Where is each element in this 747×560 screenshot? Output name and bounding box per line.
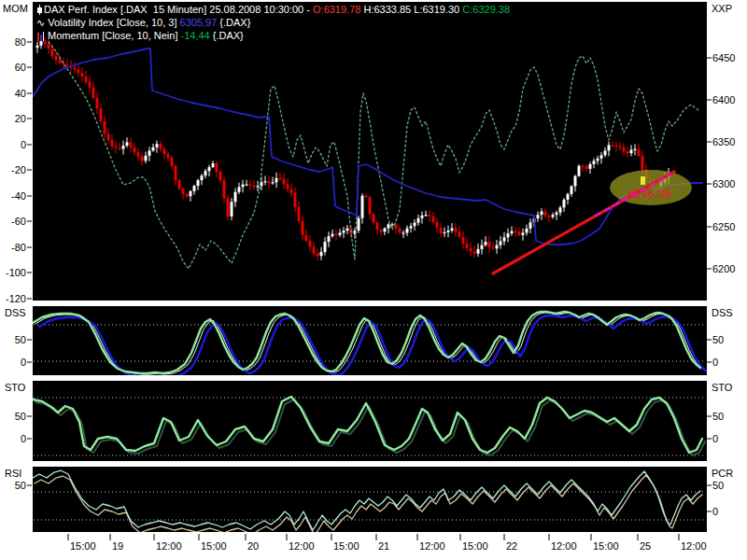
main-chart-panel[interactable]: DAX Perf. Index [.DAX 15 Minuten] 25.08.… xyxy=(33,2,707,301)
main-right-axis-label: 6400 xyxy=(712,95,735,105)
main-right-axis-label: 6300 xyxy=(712,179,735,189)
main-left-axis-label: -20 xyxy=(2,165,26,175)
sto-panel[interactable] xyxy=(33,381,707,461)
panel-name-left: STO xyxy=(5,383,25,393)
momentum-label: Momentum [Close, 10, Nein] xyxy=(45,30,181,41)
main-right-axis-label: 6350 xyxy=(712,137,735,147)
candlestick-icon xyxy=(36,5,44,15)
panel-right-axis-label: 0 xyxy=(712,357,718,368)
main-left-axis-label: 20 xyxy=(2,114,26,124)
main-left-axis-label: 0 xyxy=(2,140,26,150)
chart-header-line3: Momentum [Close, 10, Nein] -14,44 {.DAX} xyxy=(33,30,707,41)
main-left-axis-label: -40 xyxy=(2,191,26,202)
main-right-axis-label: 6250 xyxy=(712,222,735,232)
panel-left-axis-label: 50 xyxy=(2,335,26,345)
time-axis-label: 20 xyxy=(247,541,259,552)
left-axis-title: MOM xyxy=(3,3,28,14)
time-axis-label: 15:00 xyxy=(333,541,359,552)
right-axis-title: XXP xyxy=(712,3,732,14)
main-left-axis-label: 40 xyxy=(2,89,26,99)
main-left-axis-label: 80 xyxy=(2,37,26,48)
main-left-axis-label: -60 xyxy=(2,217,26,227)
main-left-axis-label: -100 xyxy=(2,268,26,278)
panel-right-axis-label: 0 xyxy=(712,434,718,444)
main-left-axis-label: 60 xyxy=(2,63,26,73)
main-right-axis-label: 6450 xyxy=(712,53,735,63)
momentum-icon xyxy=(36,31,45,41)
panel-name-right: STO xyxy=(712,383,732,393)
momentum-suffix: {.DAX} xyxy=(210,30,244,41)
main-left-axis-label: -80 xyxy=(2,243,26,253)
volatility-value: 6305,97 xyxy=(180,17,218,28)
time-axis-label: 22 xyxy=(506,541,517,552)
volatility-label: Volatility Index [Close, 10, 3] xyxy=(45,17,179,28)
panel-left-axis-label: 50 xyxy=(2,481,26,491)
time-axis-label: 12:00 xyxy=(419,541,445,552)
time-axis-label: 12:00 xyxy=(156,541,182,552)
main-right-axis-label: 6200 xyxy=(712,264,735,274)
panel-left-axis-label: 0 xyxy=(2,434,26,444)
panel-name-right: PCR xyxy=(712,469,733,479)
panel-right-axis-label: 50 xyxy=(712,481,724,491)
momentum-value: -14,44 xyxy=(181,30,210,41)
time-axis-label: 15:00 xyxy=(462,541,488,552)
dss-panel[interactable] xyxy=(33,306,707,375)
close-value: C:6329.38 xyxy=(462,4,510,15)
chart-header-line2: ∿ Volatility Index [Close, 10, 3] 6305,9… xyxy=(33,17,707,28)
high-value: H:6333.85 xyxy=(363,4,411,15)
chart-header-line1: DAX Perf. Index [.DAX 15 Minuten] 25.08.… xyxy=(33,4,707,15)
time-axis-label: 12:00 xyxy=(289,541,315,552)
time-axis-label: 15:00 xyxy=(70,541,96,552)
panel-name-left: RSI xyxy=(5,469,21,479)
volatility-suffix: {.DAX} xyxy=(217,17,250,28)
instrument-title: DAX Perf. Index [.DAX 15 Minuten] 25.08.… xyxy=(44,4,313,15)
panel-name-right: DSS xyxy=(712,308,733,318)
panel-right-axis-label: 50 xyxy=(712,412,724,422)
rsi-panel[interactable] xyxy=(33,467,707,532)
time-axis-label: 12:00 xyxy=(551,541,577,552)
panel-left-axis-label: 0 xyxy=(2,357,26,368)
time-axis-label: 15:00 xyxy=(201,541,227,552)
time-axis-label: 25 xyxy=(640,541,651,552)
time-axis-label: 12:00 xyxy=(681,541,707,552)
panel-left-axis-label: 50 xyxy=(2,412,26,422)
main-left-axis-label: -120 xyxy=(2,294,26,304)
time-axis-label: 15:00 xyxy=(593,541,619,552)
time-axis-label: 19 xyxy=(112,541,123,552)
wave-icon: ∿ xyxy=(36,17,45,28)
panel-right-axis-label: 50 xyxy=(712,335,724,345)
open-value: O:6319.78 xyxy=(313,4,360,15)
panel-name-left: DSS xyxy=(5,308,26,318)
panel-right-axis-label: 0 xyxy=(712,507,718,517)
chart-window: MOM XXP DAX Perf. Index [.DAX 15 Minuten… xyxy=(0,0,747,560)
low-value: L:6319.30 xyxy=(414,4,459,15)
time-axis-label: 21 xyxy=(378,541,389,552)
